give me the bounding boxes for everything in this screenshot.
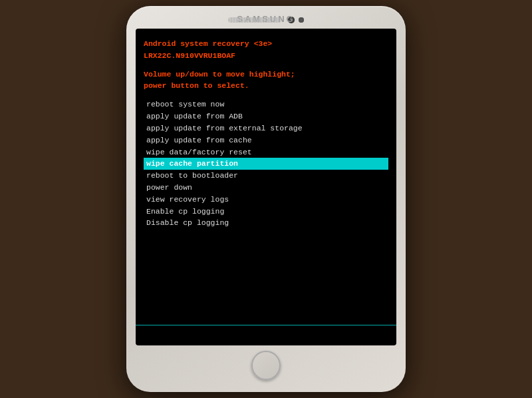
menu-item-apply-adb[interactable]: apply update from ADB: [144, 110, 388, 122]
menu-item-reboot-system[interactable]: reboot system now: [144, 99, 388, 110]
phone-screen: Android system recovery <3e> LRX22C.N910…: [136, 29, 396, 345]
menu-item-view-logs[interactable]: view recovery logs: [144, 194, 388, 206]
menu-item-reboot-bootloader[interactable]: reboot to bootloader: [144, 170, 388, 182]
recovery-title-line2: LRX22C.N910VVRU1BOAF: [144, 50, 388, 62]
instruction-line2: power button to select.: [144, 80, 388, 92]
recovery-menu: reboot system nowapply update from ADBap…: [144, 99, 388, 229]
phone-bottom-bar: [136, 345, 396, 383]
phone-top-bar: SAMSUNG: [136, 13, 396, 29]
bottom-separator: [136, 325, 396, 325]
menu-item-disable-cp[interactable]: Disable cp logging: [144, 217, 388, 229]
menu-item-wipe-cache[interactable]: wipe cache partition: [144, 158, 388, 170]
menu-item-power-down[interactable]: power down: [144, 182, 388, 194]
menu-item-apply-cache[interactable]: apply update from cache: [144, 134, 388, 146]
menu-item-enable-cp[interactable]: Enable cp logging: [144, 206, 388, 218]
sensor-icon: [299, 17, 304, 23]
speaker-grille: [228, 17, 281, 23]
menu-item-apply-external[interactable]: apply update from external storage: [144, 122, 388, 134]
recovery-console: Android system recovery <3e> LRX22C.N910…: [136, 29, 396, 345]
phone-device: SAMSUNG Android system recovery <3e> LRX…: [126, 6, 406, 392]
instruction-line1: Volume up/down to move highlight;: [144, 69, 388, 81]
menu-item-wipe-data[interactable]: wipe data/factory reset: [144, 146, 388, 158]
recovery-title-line1: Android system recovery <3e>: [144, 38, 388, 50]
home-button[interactable]: [251, 351, 281, 380]
